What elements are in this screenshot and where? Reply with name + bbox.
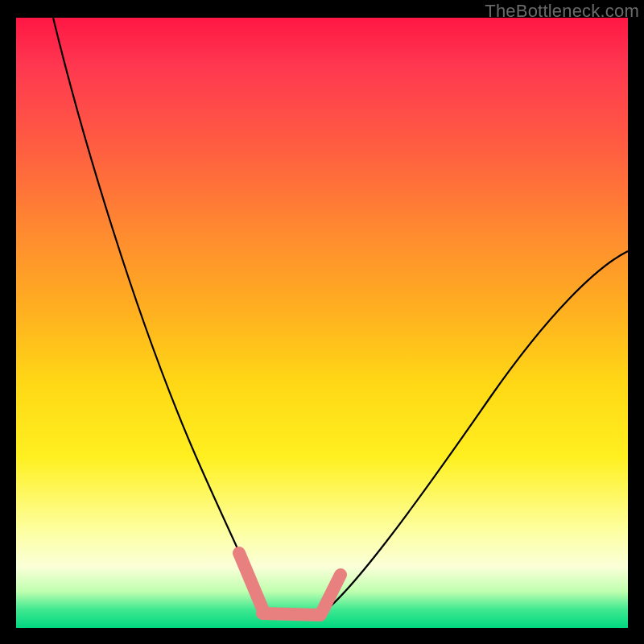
left-curve xyxy=(53,18,264,610)
right-curve xyxy=(322,251,628,613)
chart-svg xyxy=(16,18,628,628)
watermark-text: TheBottleneck.com xyxy=(485,1,639,22)
chart-plot-area xyxy=(16,18,628,628)
highlight-valley-floor xyxy=(262,613,320,615)
highlight-right-foot xyxy=(322,575,341,612)
highlight-left-foot xyxy=(239,553,262,609)
